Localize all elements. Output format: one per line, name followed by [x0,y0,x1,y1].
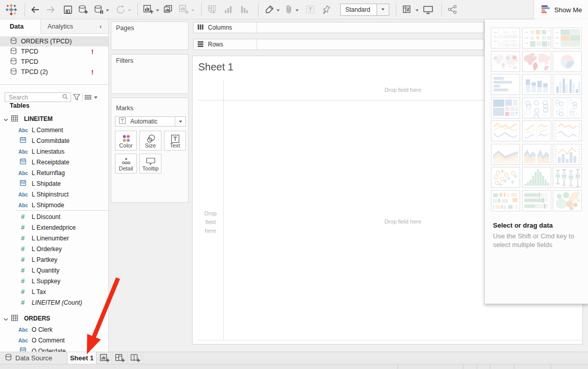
save-button[interactable] [63,0,73,19]
sheet1-tab[interactable]: Sheet 1 [67,352,97,364]
field-item[interactable]: #LINEITEM (Count) [0,297,108,308]
fit-selector-caret[interactable] [377,4,389,16]
duplicate-button[interactable] [163,0,173,19]
mark-type-dropdown[interactable]: Automatic [115,116,186,127]
sheet-title: Sheet 1 [198,61,233,73]
string-field-icon: Abc [18,127,27,134]
filters-shelf[interactable]: Filters [111,54,189,94]
show-me-thumb-filled-map[interactable] [522,51,551,72]
mark-type-caret[interactable] [175,117,185,126]
data-source-tab[interactable]: Data Source [0,352,52,364]
new-story-tab-button[interactable] [128,352,143,364]
collapse-pane-icon[interactable]: ‹ [97,23,104,30]
field-item[interactable]: AbcL Shipmode [0,200,108,210]
field-item[interactable]: #L Suppkey [0,276,108,286]
show-me-thumb-pie-chart[interactable] [553,51,582,72]
show-me-thumb-gantt[interactable] [491,190,520,211]
new-dashboard-tab-button[interactable] [112,352,128,364]
field-item[interactable]: AbcL Returnflag [0,167,108,178]
new-worksheet-button[interactable] [143,0,159,19]
marks-text-button[interactable]: Text [164,131,186,151]
show-me-thumb-lines-continuous[interactable] [491,120,520,141]
field-item[interactable]: L Commitdate [0,135,108,146]
show-me-thumb-histogram[interactable] [522,167,551,188]
show-me-thumb-side-by-side-circles[interactable] [553,97,582,118]
field-item[interactable]: #L Quantity [0,265,108,276]
group-members-button[interactable] [284,0,299,19]
field-item[interactable]: L Receiptdate [0,157,108,167]
field-item[interactable]: O Orderdate [0,346,108,352]
presentation-mode-button[interactable] [423,0,434,19]
highlight-button[interactable] [265,0,280,19]
new-worksheet-tab-button[interactable] [97,352,112,364]
search-input[interactable]: Search [5,92,71,102]
show-me-thumb-symbol-map[interactable] [491,51,520,72]
fix-axes-button[interactable] [321,0,330,19]
field-item[interactable]: #L Linenumber [0,233,108,243]
data-source-item[interactable]: TPCD [0,57,108,67]
show-me-thumb-lines-discrete[interactable] [522,120,551,141]
drop-zone-rows[interactable]: Drop field here [198,209,223,235]
show-hide-cards-button[interactable] [403,0,419,19]
show-me-thumb-text-table[interactable]: 12345732303004 2020255067322 [491,28,520,48]
show-me-thumb-area-continuous[interactable] [491,144,520,165]
show-me-thumb-treemap[interactable] [491,97,520,118]
data-source-item[interactable]: TPCD (2)! [0,67,108,77]
show-me-thumb-side-by-side-bars[interactable] [553,74,582,95]
show-me-thumb-area-discrete[interactable] [522,144,551,165]
string-field-icon: Abc [18,202,27,209]
expand-chevron-icon[interactable] [4,316,9,321]
field-name: L Linenumber [32,235,69,242]
field-item[interactable]: #L Discount [0,211,108,222]
show-me-thumb-scatter-plot[interactable] [491,167,520,188]
show-me-thumb-packed-bubbles[interactable] [553,190,582,211]
field-item[interactable]: #L Tax [0,286,108,297]
tab-data[interactable]: Data [0,19,40,34]
share-button[interactable] [448,0,457,19]
rows-shelf[interactable]: Rows [193,39,484,50]
show-me-thumb-highlight-table[interactable] [522,28,551,48]
data-source-item[interactable]: ORDERS (TPCD) [0,36,108,46]
view-options-icon[interactable] [85,92,98,102]
new-data-source-button[interactable] [78,0,89,19]
show-me-thumb-stacked-bars[interactable] [522,74,551,95]
filter-fields-icon[interactable] [73,92,80,102]
show-me-thumb-dual-lines[interactable] [553,120,582,141]
text-icon [164,134,185,143]
show-me-thumb-box-and-whisker[interactable] [553,167,582,188]
field-name: LINEITEM (Count) [32,299,82,306]
field-item[interactable]: AbcL Comment [0,125,108,135]
table-group-orders[interactable]: ORDERS [0,313,108,324]
show-me-thumb-heat-map[interactable]: 12345437565431250010000 [553,28,582,48]
status-bar [0,364,588,369]
show-me-thumb-horizontal-bars[interactable] [491,74,520,95]
field-item[interactable]: #L Extendedprice [0,222,108,233]
data-source-item[interactable]: TPCD! [0,46,108,57]
field-item[interactable]: AbcL Linestatus [0,146,108,157]
tab-analytics[interactable]: Analytics ‹ [40,19,108,34]
show-me-thumb-bullet-graph[interactable] [522,190,551,211]
undo-button[interactable] [30,0,40,19]
field-name: L Quantity [32,267,59,274]
fit-selector-button[interactable]: Standard [340,0,389,19]
tableau-logo-button[interactable] [5,0,17,19]
show-me-thumb-circle-views[interactable] [522,97,551,118]
show-me-button[interactable]: Show Me [533,0,588,19]
sheet-tab-bar: Data Source Sheet 1 [0,352,588,364]
marks-size-button[interactable]: Size [139,131,161,151]
marks-detail-button[interactable]: Detail [115,154,137,174]
table-group-lineitem[interactable]: LINEITEM [0,113,108,125]
field-item[interactable]: L Shipdate [0,178,108,189]
pause-auto-updates-button[interactable] [93,0,109,19]
show-me-thumb-dual-combination[interactable] [553,144,582,165]
field-item[interactable]: #L Partkey [0,254,108,265]
columns-shelf[interactable]: Columns [193,22,484,33]
field-item[interactable]: #L Orderkey [0,243,108,254]
field-item[interactable]: AbcO Clerk [0,324,108,335]
pages-shelf[interactable]: Pages [111,21,189,50]
field-item[interactable]: AbcO Comment [0,335,108,346]
marks-color-button[interactable]: Color [115,131,137,151]
field-item[interactable]: AbcL Shipinstruct [0,189,108,200]
marks-tooltip-button[interactable]: Tooltip [139,154,161,174]
expand-chevron-icon[interactable] [4,116,9,121]
